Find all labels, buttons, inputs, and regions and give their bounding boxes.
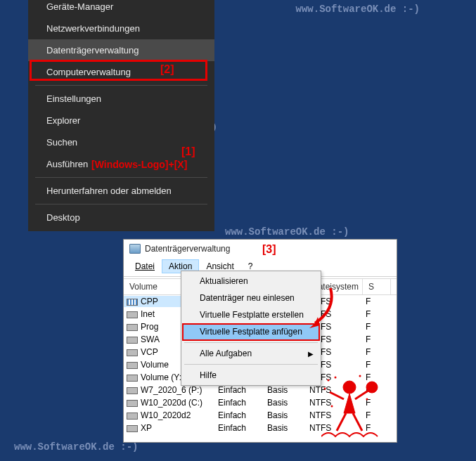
table-row[interactable]: W10_2020d2EinfachBasisNTFSF: [124, 409, 397, 422]
winx-item-desktop[interactable]: Desktop: [28, 207, 214, 228]
winx-item-disk-management[interactable]: Datenträgerverwaltung: [28, 39, 214, 61]
disk-icon: [127, 311, 138, 318]
winx-item-shutdown-signout[interactable]: Herunterfahren oder abmelden: [28, 180, 214, 202]
menu-item-help[interactable]: Hilfe: [183, 367, 319, 384]
winx-item-explorer[interactable]: Explorer: [28, 110, 214, 131]
disk-management-icon: [129, 244, 141, 254]
disk-icon: [127, 413, 138, 420]
winx-menu: Geräte-Manager Netzwerkverbindungen Date…: [28, 0, 214, 231]
menu-item-all-tasks[interactable]: Alle Aufgaben ▶: [183, 345, 319, 362]
table-row[interactable]: W10_2020d (C:)EinfachBasisNTFSF: [124, 396, 397, 409]
disk-icon: [127, 362, 138, 369]
menu-item-refresh[interactable]: Aktualisieren: [183, 273, 319, 290]
window-titlebar: Datenträgerverwaltung: [124, 240, 397, 258]
menu-separator: [35, 85, 207, 86]
annotation-step-2: [2]: [160, 63, 174, 76]
menu-file[interactable]: Datei: [128, 259, 162, 273]
menu-item-rescan-disks[interactable]: Datenträger neu einlesen: [183, 290, 319, 306]
winx-item-settings[interactable]: Einstellungen: [28, 88, 214, 110]
disk-icon: [127, 375, 138, 382]
winx-item-computer-management[interactable]: Computerverwaltung: [28, 61, 214, 83]
menu-separator: [184, 342, 318, 343]
disk-icon: [127, 324, 138, 331]
menu-item-attach-vhd[interactable]: Virtuelle Festplatte anfügen: [183, 323, 319, 340]
disk-icon: [127, 387, 138, 394]
annotation-shortcut-hint: [Windows-Logo]+[X]: [91, 159, 187, 170]
winx-item-device-manager[interactable]: Geräte-Manager: [28, 0, 214, 18]
menu-item-create-vhd[interactable]: Virtuelle Festplatte erstellen: [183, 306, 319, 323]
disk-icon: [127, 425, 138, 432]
disk-icon: [127, 299, 138, 306]
window-title: Datenträgerverwaltung: [145, 244, 230, 254]
menu-separator: [184, 364, 318, 365]
action-menu-dropdown: Aktualisieren Datenträger neu einlesen V…: [181, 271, 321, 386]
menu-separator: [35, 204, 207, 204]
disk-icon: [127, 400, 138, 407]
table-row[interactable]: XPEinfachBasisNTFSF: [124, 422, 397, 434]
watermark: www.SoftwareOK.de :-): [225, 226, 349, 238]
disk-icon: [127, 349, 138, 356]
col-header-status[interactable]: S: [363, 279, 391, 294]
chevron-right-icon: ▶: [308, 350, 314, 358]
watermark: www.SoftwareOK.de :-): [296, 4, 420, 15]
watermark: www.SoftwareOK.de :-): [14, 441, 138, 453]
menu-separator: [35, 177, 207, 178]
annotation-step-1: [1]: [181, 145, 195, 158]
disk-icon: [127, 337, 138, 344]
winx-item-network-connections[interactable]: Netzwerkverbindungen: [28, 18, 214, 39]
annotation-step-3: [3]: [262, 243, 276, 256]
